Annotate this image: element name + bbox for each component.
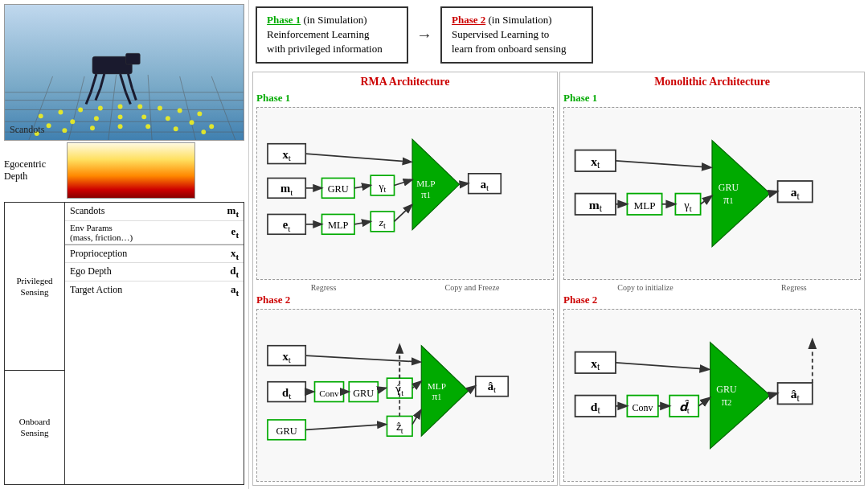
svg-text:π1: π1 bbox=[723, 192, 734, 205]
svg-point-32 bbox=[118, 124, 123, 129]
sensing-row-envparams: Env Params(mass, friction…) et bbox=[65, 221, 244, 244]
ego-depth-section: Egocentric Depth bbox=[4, 142, 244, 199]
left-panel: Simulation Robot bbox=[0, 0, 249, 489]
rma-phase1-diagram: xt mt et GRU MLP bbox=[256, 107, 554, 280]
svg-rect-37 bbox=[125, 53, 140, 64]
rma-regress-label: Regress bbox=[311, 283, 337, 292]
svg-text:GRU: GRU bbox=[353, 388, 374, 399]
mono-copy-label: Copy to initialize bbox=[617, 283, 673, 292]
monolithic-architecture: Monolithic Architecture Phase 1 xt bbox=[559, 72, 865, 486]
svg-point-21 bbox=[47, 123, 51, 128]
phase2-box: Phase 2 (in Simulation) Supervised Learn… bbox=[440, 6, 593, 64]
svg-line-72 bbox=[460, 183, 468, 184]
svg-text:MLP: MLP bbox=[416, 178, 435, 187]
svg-point-13 bbox=[58, 109, 63, 114]
mono-phase1-label: Phase 1 bbox=[563, 92, 861, 105]
svg-line-95 bbox=[378, 388, 385, 389]
main-container: Simulation Robot bbox=[0, 0, 868, 489]
rma-copyfreeze-label: Copy and Freeze bbox=[445, 283, 500, 292]
mono-phase2-diagram: xt dt Conv d̂t GRU π2 bbox=[563, 309, 861, 482]
svg-point-28 bbox=[209, 124, 214, 129]
mono-phase2-svg: xt dt Conv d̂t GRU π2 bbox=[567, 313, 857, 478]
svg-marker-87 bbox=[421, 346, 469, 437]
svg-line-99 bbox=[469, 386, 475, 391]
rma-phase2-label: Phase 2 bbox=[256, 294, 554, 306]
sensing-row-scandots: Scandots mt bbox=[65, 203, 244, 221]
svg-line-96 bbox=[305, 424, 385, 429]
sensing-row-egodepth: Ego Depth dt bbox=[65, 263, 244, 281]
sensing-table: PrivilegedSensing OnboardSensing Scandot… bbox=[4, 202, 244, 485]
svg-line-118 bbox=[701, 196, 711, 204]
phase1-box: Phase 1 (in Simulation) Reinforcement Le… bbox=[256, 6, 408, 64]
sensing-row-proprioception: Proprioception xt bbox=[65, 244, 244, 264]
phase1-title: Phase 1 bbox=[267, 14, 301, 26]
svg-line-65 bbox=[305, 154, 411, 162]
svg-line-97 bbox=[412, 382, 420, 388]
svg-text:Conv: Conv bbox=[319, 388, 339, 398]
svg-text:GRU: GRU bbox=[276, 425, 297, 437]
svg-line-68 bbox=[354, 185, 370, 187]
rma-title: RMA Architecture bbox=[256, 76, 554, 88]
svg-point-27 bbox=[190, 120, 194, 125]
right-panel: Phase 1 (in Simulation) Reinforcement Le… bbox=[249, 0, 868, 489]
svg-text:MLP: MLP bbox=[633, 199, 655, 211]
mono-phase1-svg: xt mt MLP γt GRU π1 bbox=[567, 111, 857, 276]
privileged-sensing-label: PrivilegedSensing bbox=[5, 203, 64, 371]
sensing-items: Scandots mt Env Params(mass, friction…) … bbox=[65, 203, 244, 484]
svg-line-115 bbox=[616, 160, 710, 166]
scandots-label: Scandots bbox=[10, 124, 44, 136]
svg-text:GRU: GRU bbox=[328, 183, 349, 195]
svg-point-20 bbox=[197, 111, 202, 116]
ego-depth-image bbox=[67, 142, 195, 199]
rma-phase1-label: Phase 1 bbox=[256, 92, 554, 105]
svg-point-16 bbox=[118, 105, 123, 109]
svg-text:GRU: GRU bbox=[716, 384, 737, 395]
svg-line-69 bbox=[354, 221, 370, 224]
svg-text:MLP: MLP bbox=[428, 381, 446, 391]
mono-between-phases: Copy to initialize Regress bbox=[563, 281, 861, 294]
monolithic-title: Monolithic Architecture bbox=[563, 76, 861, 88]
svg-point-23 bbox=[94, 116, 99, 121]
svg-line-137 bbox=[770, 393, 776, 395]
svg-line-92 bbox=[305, 355, 420, 362]
sensing-col-labels: PrivilegedSensing OnboardSensing bbox=[5, 203, 65, 484]
svg-point-34 bbox=[174, 126, 178, 131]
mono-regress-label: Regress bbox=[781, 283, 807, 292]
mono-phase2-label: Phase 2 bbox=[563, 294, 861, 306]
svg-text:π1: π1 bbox=[432, 390, 441, 402]
svg-text:π1: π1 bbox=[421, 188, 431, 200]
svg-line-119 bbox=[770, 191, 776, 193]
arrow-between-phases: → bbox=[416, 26, 432, 44]
rma-between-phases: Regress Copy and Freeze bbox=[256, 281, 554, 294]
svg-line-136 bbox=[698, 398, 709, 406]
rma-phase2-svg: xt dt Conv GRU GRU bbox=[260, 313, 550, 478]
svg-point-18 bbox=[158, 106, 162, 111]
svg-point-22 bbox=[70, 119, 75, 124]
svg-text:GRU: GRU bbox=[719, 182, 739, 193]
svg-marker-128 bbox=[710, 342, 770, 448]
ego-depth-label: Egocentric Depth bbox=[4, 158, 60, 183]
rma-architecture: RMA Architecture Phase 1 bbox=[252, 72, 558, 486]
svg-marker-110 bbox=[712, 140, 770, 246]
svg-point-15 bbox=[98, 106, 103, 111]
svg-line-133 bbox=[616, 363, 708, 369]
svg-point-12 bbox=[39, 113, 43, 118]
mono-phase1-diagram: xt mt MLP γt GRU π1 bbox=[563, 107, 861, 280]
svg-point-25 bbox=[141, 114, 146, 119]
top-phase-row: Phase 1 (in Simulation) Reinforcement Le… bbox=[252, 3, 865, 67]
svg-point-33 bbox=[145, 124, 150, 129]
svg-line-71 bbox=[395, 205, 411, 221]
rma-phase1-svg: xt mt et GRU MLP bbox=[260, 111, 550, 276]
onboard-sensing-label: OnboardSensing bbox=[5, 371, 64, 484]
svg-text:MLP: MLP bbox=[328, 220, 349, 231]
svg-point-26 bbox=[166, 116, 170, 121]
svg-text:π2: π2 bbox=[722, 394, 732, 407]
svg-line-98 bbox=[412, 411, 420, 425]
phase2-title: Phase 2 bbox=[452, 14, 485, 26]
svg-text:Conv: Conv bbox=[633, 402, 653, 413]
arch-row: RMA Architecture Phase 1 bbox=[252, 72, 865, 486]
svg-point-24 bbox=[118, 114, 123, 119]
svg-point-31 bbox=[90, 125, 95, 130]
svg-line-70 bbox=[395, 179, 411, 185]
svg-point-19 bbox=[178, 108, 182, 113]
